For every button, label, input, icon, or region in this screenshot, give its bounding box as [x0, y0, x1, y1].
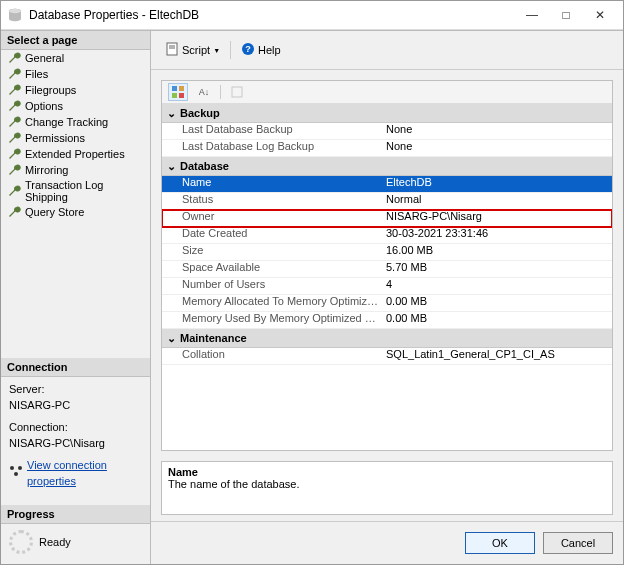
- connection-icon: [9, 465, 23, 481]
- category-row[interactable]: ⌄Database: [162, 157, 612, 176]
- sidebar-page-item[interactable]: Permissions: [1, 130, 150, 146]
- property-value: None: [382, 123, 612, 139]
- spinner-icon: [9, 530, 33, 554]
- connection-header: Connection: [1, 358, 150, 377]
- page-label: Query Store: [25, 206, 84, 218]
- progress-header: Progress: [1, 505, 150, 524]
- grid-content: ⌄BackupLast Database BackupNoneLast Data…: [162, 104, 612, 450]
- property-row[interactable]: Number of Users4: [162, 278, 612, 295]
- property-row[interactable]: OwnerNISARG-PC\Nisarg: [162, 210, 612, 227]
- category-name: Backup: [180, 107, 220, 119]
- server-label: Server:: [9, 381, 142, 397]
- chevron-down-icon: ⌄: [162, 160, 180, 173]
- property-value: NISARG-PC\Nisarg: [382, 210, 612, 226]
- button-bar: OK Cancel: [151, 521, 623, 564]
- server-value: NISARG-PC: [9, 397, 142, 413]
- alphabetical-button[interactable]: A↓: [194, 83, 214, 101]
- wrench-icon: [7, 115, 21, 129]
- connection-label: Connection:: [9, 419, 142, 435]
- connection-info: Server: NISARG-PC Connection: NISARG-PC\…: [1, 377, 150, 493]
- wrench-icon: [7, 205, 21, 219]
- property-row[interactable]: Memory Allocated To Memory Optimized Obj…: [162, 295, 612, 312]
- property-value: SQL_Latin1_General_CP1_CI_AS: [382, 348, 612, 364]
- sidebar-page-item[interactable]: Change Tracking: [1, 114, 150, 130]
- property-label: Memory Allocated To Memory Optimized Obj: [162, 295, 382, 311]
- property-value: Normal: [382, 193, 612, 209]
- categorized-button[interactable]: [168, 83, 188, 101]
- page-label: Mirroring: [25, 164, 68, 176]
- property-row[interactable]: Last Database Log BackupNone: [162, 140, 612, 157]
- database-icon: [7, 7, 23, 23]
- page-label: Change Tracking: [25, 116, 108, 128]
- wrench-icon: [7, 184, 21, 198]
- svg-rect-10: [172, 86, 177, 91]
- svg-rect-14: [232, 87, 242, 97]
- sidebar-page-item[interactable]: Options: [1, 98, 150, 114]
- property-row[interactable]: Size16.00 MB: [162, 244, 612, 261]
- wrench-icon: [7, 99, 21, 113]
- wrench-icon: [7, 51, 21, 65]
- description-text: The name of the database.: [168, 478, 606, 490]
- page-label: Transaction Log Shipping: [25, 179, 144, 203]
- property-row[interactable]: Memory Used By Memory Optimized Objects0…: [162, 312, 612, 329]
- close-button[interactable]: ✕: [583, 5, 617, 25]
- property-label: Last Database Log Backup: [162, 140, 382, 156]
- sidebar-page-item[interactable]: Extended Properties: [1, 146, 150, 162]
- property-label: Owner: [162, 210, 382, 226]
- svg-text:?: ?: [245, 44, 251, 54]
- svg-rect-11: [179, 86, 184, 91]
- property-row[interactable]: Last Database BackupNone: [162, 123, 612, 140]
- sidebar-page-item[interactable]: Filegroups: [1, 82, 150, 98]
- svg-point-3: [18, 466, 22, 470]
- sidebar-page-item[interactable]: Transaction Log Shipping: [1, 178, 150, 204]
- wrench-icon: [7, 131, 21, 145]
- ok-button[interactable]: OK: [465, 532, 535, 554]
- sidebar: Select a page GeneralFilesFilegroupsOpti…: [1, 31, 151, 564]
- property-label: Collation: [162, 348, 382, 364]
- content-area: Select a page GeneralFilesFilegroupsOpti…: [1, 30, 623, 564]
- sidebar-page-item[interactable]: General: [1, 50, 150, 66]
- ready-label: Ready: [39, 536, 71, 548]
- property-value: 4: [382, 278, 612, 294]
- sidebar-page-item[interactable]: Mirroring: [1, 162, 150, 178]
- maximize-button[interactable]: □: [549, 5, 583, 25]
- property-row[interactable]: Space Available5.70 MB: [162, 261, 612, 278]
- property-value: 30-03-2021 23:31:46: [382, 227, 612, 243]
- sidebar-page-item[interactable]: Files: [1, 66, 150, 82]
- category-row[interactable]: ⌄Maintenance: [162, 329, 612, 348]
- property-value: 0.00 MB: [382, 312, 612, 328]
- script-icon: [165, 42, 179, 58]
- property-pages-button[interactable]: [227, 83, 247, 101]
- select-page-header: Select a page: [1, 31, 150, 50]
- property-row[interactable]: Date Created30-03-2021 23:31:46: [162, 227, 612, 244]
- window-controls: — □ ✕: [515, 5, 617, 25]
- script-button[interactable]: Script ▼: [161, 40, 224, 60]
- cancel-button[interactable]: Cancel: [543, 532, 613, 554]
- dialog-window: Database Properties - EltechDB — □ ✕ Sel…: [0, 0, 624, 565]
- property-row[interactable]: NameEltechDB: [162, 176, 612, 193]
- page-label: Files: [25, 68, 48, 80]
- window-title: Database Properties - EltechDB: [29, 8, 515, 22]
- svg-point-4: [14, 472, 18, 476]
- category-name: Database: [180, 160, 229, 172]
- view-connection-link[interactable]: View connection properties: [27, 457, 142, 489]
- property-value: EltechDB: [382, 176, 612, 192]
- sidebar-page-item[interactable]: Query Store: [1, 204, 150, 220]
- category-name: Maintenance: [180, 332, 247, 344]
- page-label: General: [25, 52, 64, 64]
- property-label: Memory Used By Memory Optimized Objects: [162, 312, 382, 328]
- minimize-button[interactable]: —: [515, 5, 549, 25]
- toolbar: Script ▼ ? Help: [151, 31, 623, 70]
- help-icon: ?: [241, 42, 255, 58]
- property-label: Space Available: [162, 261, 382, 277]
- help-button[interactable]: ? Help: [237, 40, 285, 60]
- property-row[interactable]: CollationSQL_Latin1_General_CP1_CI_AS: [162, 348, 612, 365]
- page-label: Options: [25, 100, 63, 112]
- svg-rect-13: [179, 93, 184, 98]
- property-grid: A↓ ⌄BackupLast Database BackupNoneLast D…: [161, 80, 613, 451]
- category-row[interactable]: ⌄Backup: [162, 104, 612, 123]
- property-row[interactable]: StatusNormal: [162, 193, 612, 210]
- page-label: Filegroups: [25, 84, 76, 96]
- property-label: Number of Users: [162, 278, 382, 294]
- property-value: 16.00 MB: [382, 244, 612, 260]
